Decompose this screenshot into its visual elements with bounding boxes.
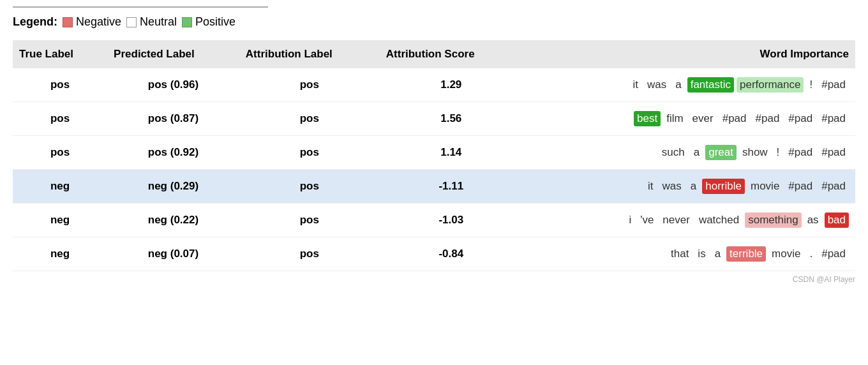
token: a bbox=[672, 77, 684, 93]
legend: Legend: Negative Neutral Positive bbox=[13, 15, 855, 29]
token: bad bbox=[825, 212, 849, 228]
attr-score-cell: -0.84 bbox=[380, 237, 523, 271]
token: . bbox=[806, 246, 816, 262]
col-word-importance: Word Importance bbox=[523, 40, 855, 68]
attr-label-cell: pos bbox=[239, 102, 380, 136]
attr-label-cell: pos bbox=[239, 170, 380, 204]
word-importance-cell: itwasafantasticperformance!#pad bbox=[523, 68, 855, 102]
neutral-label: Neutral bbox=[140, 15, 177, 29]
legend-positive: Positive bbox=[182, 15, 236, 29]
attr-score-cell: 1.29 bbox=[380, 68, 523, 102]
table-row: pospos (0.87)pos1.56bestfilmever#pad#pad… bbox=[13, 102, 855, 136]
legend-label: Legend: bbox=[13, 15, 57, 29]
top-border bbox=[13, 6, 268, 8]
token: as bbox=[804, 212, 822, 228]
token: #pad bbox=[719, 111, 750, 126]
attr-label-cell: pos bbox=[239, 204, 380, 237]
word-importance-cell: suchagreatshow!#pad#pad bbox=[523, 136, 855, 170]
col-attr-label: Attribution Label bbox=[239, 40, 380, 68]
true-label-cell: neg bbox=[13, 204, 107, 237]
attr-score-cell: 1.56 bbox=[380, 102, 523, 136]
negative-box bbox=[63, 17, 73, 27]
token: is bbox=[694, 246, 708, 262]
attr-label-cell: pos bbox=[239, 68, 380, 102]
word-importance-cell: i'veneverwatchedsomethingasbad bbox=[523, 204, 855, 237]
token: best bbox=[634, 111, 661, 126]
attr-label-cell: pos bbox=[239, 237, 380, 271]
token: #pad bbox=[818, 179, 849, 194]
legend-negative: Negative bbox=[63, 15, 121, 29]
token: film bbox=[663, 111, 686, 126]
legend-neutral: Neutral bbox=[126, 15, 177, 29]
pred-label-cell: neg (0.07) bbox=[107, 237, 239, 271]
token: never bbox=[659, 212, 693, 228]
pred-label-cell: neg (0.22) bbox=[107, 204, 239, 237]
token: it bbox=[645, 179, 657, 194]
token: was bbox=[659, 179, 685, 194]
token: 've bbox=[637, 212, 657, 228]
token: fantastic bbox=[687, 77, 734, 93]
pred-label-cell: pos (0.87) bbox=[107, 102, 239, 136]
token: performance bbox=[737, 77, 804, 93]
pred-label-cell: neg (0.29) bbox=[107, 170, 239, 204]
results-table: True Label Predicted Label Attribution L… bbox=[13, 40, 855, 271]
token: ever bbox=[689, 111, 717, 126]
word-importance-cell: bestfilmever#pad#pad#pad#pad bbox=[523, 102, 855, 136]
table-header-row: True Label Predicted Label Attribution L… bbox=[13, 40, 855, 68]
col-true-label: True Label bbox=[13, 40, 107, 68]
negative-label: Negative bbox=[76, 15, 121, 29]
table-row: pospos (0.96)pos1.29itwasafantasticperfo… bbox=[13, 68, 855, 102]
token: a bbox=[712, 246, 724, 262]
word-importance-cell: itwasahorriblemovie#pad#pad bbox=[523, 170, 855, 204]
token: movie bbox=[768, 246, 804, 262]
true-label-cell: pos bbox=[13, 68, 107, 102]
neutral-box bbox=[126, 17, 137, 27]
attr-label-cell: pos bbox=[239, 136, 380, 170]
token: terrible bbox=[726, 246, 766, 262]
token: a bbox=[691, 145, 703, 160]
word-importance-cell: thatisaterriblemovie.#pad bbox=[523, 237, 855, 271]
true-label-cell: pos bbox=[13, 136, 107, 170]
token: ! bbox=[806, 77, 816, 93]
token: #pad bbox=[785, 179, 816, 194]
col-pred-label: Predicted Label bbox=[107, 40, 239, 68]
positive-box bbox=[182, 17, 192, 27]
token: #pad bbox=[785, 145, 816, 160]
watermark: CSDN @AI Player bbox=[13, 275, 855, 284]
token: was bbox=[644, 77, 670, 93]
token: #pad bbox=[785, 111, 816, 126]
pred-label-cell: pos (0.96) bbox=[107, 68, 239, 102]
token: #pad bbox=[818, 77, 849, 93]
pred-label-cell: pos (0.92) bbox=[107, 136, 239, 170]
col-attr-score: Attribution Score bbox=[380, 40, 523, 68]
token: #pad bbox=[818, 145, 849, 160]
attr-score-cell: 1.14 bbox=[380, 136, 523, 170]
token: #pad bbox=[752, 111, 783, 126]
table-row: negneg (0.07)pos-0.84thatisaterriblemovi… bbox=[13, 237, 855, 271]
token: a bbox=[687, 179, 700, 194]
token: such bbox=[659, 145, 688, 160]
true-label-cell: neg bbox=[13, 237, 107, 271]
token: i bbox=[625, 212, 634, 228]
token: watched bbox=[696, 212, 742, 228]
table-row: pospos (0.92)pos1.14suchagreatshow!#pad#… bbox=[13, 136, 855, 170]
positive-label: Positive bbox=[195, 15, 236, 29]
token: #pad bbox=[818, 111, 849, 126]
true-label-cell: neg bbox=[13, 170, 107, 204]
token: horrible bbox=[702, 179, 745, 194]
token: ! bbox=[774, 145, 783, 160]
true-label-cell: pos bbox=[13, 102, 107, 136]
token: show bbox=[739, 145, 771, 160]
token: something bbox=[745, 212, 801, 228]
token: great bbox=[705, 145, 737, 160]
token: #pad bbox=[818, 246, 849, 262]
token: that bbox=[668, 246, 692, 262]
attr-score-cell: -1.11 bbox=[380, 170, 523, 204]
table-row: negneg (0.22)pos-1.03i'veneverwatchedsom… bbox=[13, 204, 855, 237]
table-row: negneg (0.29)pos-1.11itwasahorriblemovie… bbox=[13, 170, 855, 204]
token: movie bbox=[747, 179, 782, 194]
attr-score-cell: -1.03 bbox=[380, 204, 523, 237]
token: it bbox=[629, 77, 641, 93]
